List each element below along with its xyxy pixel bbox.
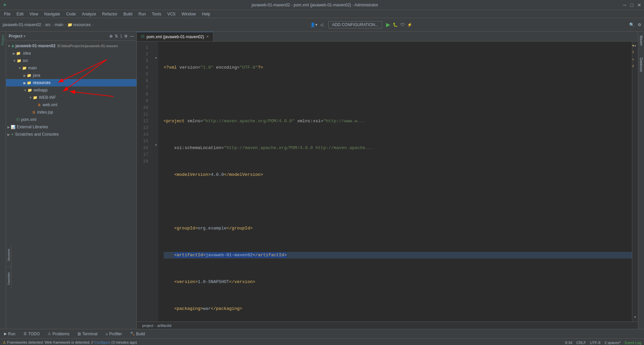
add-configuration-button[interactable]: ADD CONFIGURATION... [328,21,382,28]
tree-item-root[interactable]: ▼ ◈ javaweb-01-maven02 D:\IdeaProjects\j… [6,42,137,50]
minimize-button[interactable]: ─ [623,2,627,8]
library-icon: 📊 [11,125,15,129]
run-with-profiler-button[interactable]: ⚡ [407,22,412,27]
fold-icon-16[interactable]: ▾ [154,142,158,149]
tree-label: WEB-INF [39,95,56,100]
menu-build[interactable]: Build [121,11,135,17]
breadcrumb-resources[interactable]: 📁 resources [67,22,91,27]
chevron-right-icon: ▶ [13,52,15,55]
jsp-file-icon: 🗎 [32,110,36,114]
favorites-tab[interactable]: Favorites [6,270,11,287]
expand-all-icon[interactable]: ⇅ [115,34,118,39]
code-content[interactable]: <?xml version="1.0" encoding="UTF-8"?> <… [158,42,632,322]
build-tool-label: Build [136,332,145,336]
menu-edit[interactable]: Edit [14,11,26,17]
breadcrumb-project-item[interactable]: project [142,324,153,328]
encoding[interactable]: UTF-8 [590,341,600,345]
event-log[interactable]: Event Log [625,341,641,345]
todo-tool[interactable]: ☰ TODO [22,331,41,337]
tab-close-icon[interactable]: ✕ [206,34,209,39]
tree-label: webapp [34,88,48,92]
tree-item-webxml[interactable]: ▶ 🗎 web.xml [6,101,137,109]
tree-item-extlibs[interactable]: ▶ 📊 External Libraries [6,123,137,131]
scroll-down-icon[interactable]: ▼ [634,314,636,321]
hide-panel-icon[interactable]: — [130,34,134,39]
configure-link[interactable]: Configure [94,340,110,344]
fold-icon-3[interactable]: ▾ [154,55,158,62]
maximize-button[interactable]: □ [631,2,633,8]
breadcrumb-sep1: › [43,22,44,27]
tree-item-indexjsp[interactable]: ▶ 🗎 index.jsp [6,109,137,116]
tree-label: External Libraries [17,125,48,129]
breadcrumb-main[interactable]: main [55,22,63,27]
folder-icon: 📁 [28,88,32,92]
run-tool[interactable]: ▶ Run [3,331,17,337]
code-line-1: <?xml version="1.0" encoding="UTF-8"?> [164,64,632,71]
filetree-content: ▼ ◈ javaweb-01-maven02 D:\IdeaProjects\j… [6,41,137,329]
locate-file-icon[interactable]: ⊕ [109,34,113,39]
tree-label: java [33,73,40,78]
xml-file-icon: 🗎 [38,103,41,107]
indent[interactable]: 2 spaces* [604,341,621,345]
menu-run[interactable]: Run [136,11,149,17]
tree-item-pomxml[interactable]: ▶ ⓜ pom.xml [6,116,137,123]
menu-analyze[interactable]: Analyze [79,11,99,17]
coverage-button[interactable]: 🛡 [400,22,405,27]
tab-pomxml[interactable]: ⓜ pom.xml (javaweb-01-maven02) ✕ [137,32,213,41]
tree-item-main[interactable]: ▼ 📁 main [6,64,137,72]
breadcrumb-artifactid-item[interactable]: artifactId [157,324,171,328]
problems-tool[interactable]: ⚠ Problems [46,331,71,337]
search-everywhere-icon[interactable]: 🔍 [629,22,634,27]
breadcrumb-src[interactable]: src [45,22,51,27]
back-icon[interactable]: ◁ [320,22,323,27]
project-icon: ◈ [11,44,14,48]
fold-gutter: ▾ ▾ [154,42,158,322]
settings-tree-icon[interactable]: ⚙ [124,34,128,39]
scroll-up-icon[interactable]: ▲ [634,42,636,49]
menu-code[interactable]: Code [63,11,78,17]
menu-navigate[interactable]: Navigate [42,11,63,17]
breadcrumb-sep2: › [52,22,53,27]
collapse-all-icon[interactable]: ⤵ [120,34,122,39]
profiler-tool-label: Profiler [109,332,122,336]
code-line-5: <modelVersion>4.0.0</modelVersion> [164,171,632,178]
code-editor[interactable]: 1 2 3 4 5 6 7 8 9 10 11 12 13 14 15 16 1… [137,42,638,322]
menu-file[interactable]: File [1,11,13,17]
breadcrumb-project[interactable]: javaweb-01-maven02 [3,22,41,27]
maven-tab[interactable]: Maven [639,33,644,48]
tree-item-java[interactable]: ▶ 📁 java [6,72,137,79]
editor-tabs: ⓜ pom.xml (javaweb-01-maven02) ✕ [137,31,638,42]
menu-refactor[interactable]: Refactor [100,11,120,17]
menu-vcs[interactable]: VCS [165,11,178,17]
maven-file-icon: ⓜ [16,117,20,122]
close-button[interactable]: ✕ [637,2,641,8]
tree-item-idea[interactable]: ▶ 📁 .idea [6,50,137,57]
breadcrumb-arrow-icon: › [155,324,156,328]
tree-item-resources[interactable]: ▶ 📁 resources [6,79,137,86]
problems-tool-icon: ⚠ [48,332,51,336]
menu-view[interactable]: View [27,11,41,17]
tree-item-webinf[interactable]: ▼ 📁 WEB-INF [6,94,137,101]
build-tool[interactable]: 🔨 Build [129,331,147,337]
menu-help[interactable]: Help [199,11,213,17]
profiler-tool[interactable]: ⌾ Profiler [104,331,123,337]
breadcrumb-sep3: › [65,22,66,27]
warning-icon: ⚠ [3,340,6,344]
settings-icon[interactable]: ⚙ [638,22,641,27]
menu-window[interactable]: Window [179,11,199,17]
cursor-position: 8:34 [565,341,572,345]
run-button[interactable]: ▶ [386,21,390,28]
code-line-7: <groupId>org.example</groupId> [164,225,632,232]
menu-tools[interactable]: Tools [149,11,164,17]
tree-item-src[interactable]: ▼ 📁 src [6,57,137,64]
project-tab[interactable]: Project [0,33,5,47]
line-separator[interactable]: CRLF [576,341,586,345]
structure-tab[interactable]: Structure [6,246,11,264]
database-tab[interactable]: Database [639,55,644,75]
debug-button[interactable]: 🐛 [393,22,398,27]
tree-item-webapp[interactable]: ▼ 📁 webapp [6,86,137,94]
editor-scrollbar[interactable]: ▲ 1 ✕ 2 ▲ ▼ [632,42,638,322]
avatar-icon[interactable]: 👤▾ [310,22,317,27]
tree-item-scratches[interactable]: ▶ ✦ Scratches and Consoles [6,131,137,138]
terminal-tool[interactable]: ▥ Terminal [76,331,99,337]
